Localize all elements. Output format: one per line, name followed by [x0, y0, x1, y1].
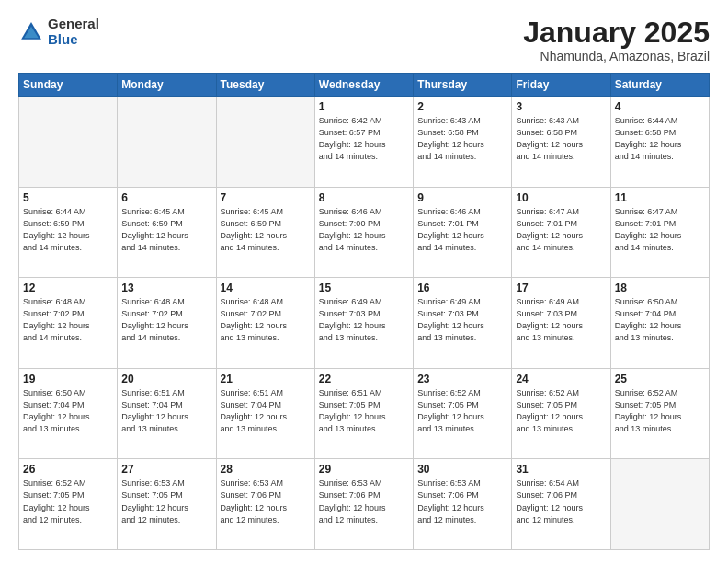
day-number: 25 — [615, 373, 705, 385]
table-row — [610, 459, 709, 550]
day-info: Sunrise: 6:47 AM Sunset: 7:01 PM Dayligh… — [615, 206, 705, 254]
day-info: Sunrise: 6:52 AM Sunset: 7:05 PM Dayligh… — [417, 387, 507, 435]
day-info: Sunrise: 6:52 AM Sunset: 7:05 PM Dayligh… — [23, 477, 113, 525]
day-info: Sunrise: 6:53 AM Sunset: 7:05 PM Dayligh… — [121, 477, 211, 525]
table-row: 29Sunrise: 6:53 AM Sunset: 7:06 PM Dayli… — [314, 459, 413, 550]
day-number: 27 — [121, 463, 211, 476]
day-number: 4 — [615, 100, 705, 113]
day-number: 11 — [615, 191, 705, 204]
table-row: 15Sunrise: 6:49 AM Sunset: 7:03 PM Dayli… — [314, 278, 413, 369]
table-row: 22Sunrise: 6:51 AM Sunset: 7:05 PM Dayli… — [314, 368, 413, 459]
day-info: Sunrise: 6:44 AM Sunset: 6:59 PM Dayligh… — [23, 206, 113, 254]
table-row: 26Sunrise: 6:52 AM Sunset: 7:05 PM Dayli… — [19, 459, 118, 550]
day-number: 8 — [319, 191, 409, 204]
day-number: 29 — [319, 463, 409, 476]
table-row: 2Sunrise: 6:43 AM Sunset: 6:58 PM Daylig… — [414, 97, 512, 188]
calendar-title: January 2025 — [523, 17, 710, 49]
day-info: Sunrise: 6:49 AM Sunset: 7:03 PM Dayligh… — [319, 296, 409, 344]
table-row: 28Sunrise: 6:53 AM Sunset: 7:06 PM Dayli… — [216, 459, 314, 550]
header: General Blue January 2025 Nhamunda, Amaz… — [18, 17, 710, 63]
calendar-subtitle: Nhamunda, Amazonas, Brazil — [523, 49, 710, 63]
day-info: Sunrise: 6:48 AM Sunset: 7:02 PM Dayligh… — [23, 296, 113, 344]
day-number: 5 — [23, 191, 113, 204]
day-number: 16 — [417, 282, 507, 294]
table-row: 17Sunrise: 6:49 AM Sunset: 7:03 PM Dayli… — [512, 278, 610, 369]
table-row — [19, 97, 118, 188]
table-row: 4Sunrise: 6:44 AM Sunset: 6:58 PM Daylig… — [610, 97, 709, 188]
calendar-week-row: 19Sunrise: 6:50 AM Sunset: 7:04 PM Dayli… — [19, 368, 710, 459]
calendar-week-row: 5Sunrise: 6:44 AM Sunset: 6:59 PM Daylig… — [19, 187, 710, 278]
table-row: 19Sunrise: 6:50 AM Sunset: 7:04 PM Dayli… — [19, 368, 118, 459]
table-row: 31Sunrise: 6:54 AM Sunset: 7:06 PM Dayli… — [512, 459, 610, 550]
day-info: Sunrise: 6:46 AM Sunset: 7:01 PM Dayligh… — [417, 206, 507, 254]
col-wednesday: Wednesday — [314, 74, 413, 97]
day-number: 10 — [516, 191, 606, 204]
logo-blue-text: Blue — [48, 32, 99, 48]
table-row: 8Sunrise: 6:46 AM Sunset: 7:00 PM Daylig… — [314, 187, 413, 278]
day-info: Sunrise: 6:53 AM Sunset: 7:06 PM Dayligh… — [417, 477, 507, 525]
day-info: Sunrise: 6:49 AM Sunset: 7:03 PM Dayligh… — [417, 296, 507, 344]
day-number: 24 — [516, 373, 606, 385]
logo-icon — [18, 19, 44, 45]
day-info: Sunrise: 6:53 AM Sunset: 7:06 PM Dayligh… — [319, 477, 409, 525]
calendar-header-row: Sunday Monday Tuesday Wednesday Thursday… — [19, 74, 710, 97]
day-number: 3 — [516, 100, 606, 113]
day-info: Sunrise: 6:44 AM Sunset: 6:58 PM Dayligh… — [615, 115, 705, 163]
day-info: Sunrise: 6:50 AM Sunset: 7:04 PM Dayligh… — [615, 296, 705, 344]
col-friday: Friday — [512, 74, 610, 97]
calendar-page: General Blue January 2025 Nhamunda, Amaz… — [0, 0, 728, 563]
day-info: Sunrise: 6:52 AM Sunset: 7:05 PM Dayligh… — [615, 387, 705, 435]
table-row: 1Sunrise: 6:42 AM Sunset: 6:57 PM Daylig… — [314, 97, 413, 188]
calendar-table: Sunday Monday Tuesday Wednesday Thursday… — [18, 73, 710, 550]
day-number: 2 — [417, 100, 507, 113]
day-number: 7 — [221, 191, 311, 204]
table-row: 16Sunrise: 6:49 AM Sunset: 7:03 PM Dayli… — [414, 278, 512, 369]
day-info: Sunrise: 6:42 AM Sunset: 6:57 PM Dayligh… — [319, 115, 409, 163]
col-saturday: Saturday — [610, 74, 709, 97]
table-row: 11Sunrise: 6:47 AM Sunset: 7:01 PM Dayli… — [610, 187, 709, 278]
col-sunday: Sunday — [19, 74, 118, 97]
day-info: Sunrise: 6:51 AM Sunset: 7:04 PM Dayligh… — [221, 387, 311, 435]
logo-text: General Blue — [48, 17, 99, 47]
table-row: 24Sunrise: 6:52 AM Sunset: 7:05 PM Dayli… — [512, 368, 610, 459]
day-number: 23 — [417, 373, 507, 385]
table-row: 14Sunrise: 6:48 AM Sunset: 7:02 PM Dayli… — [216, 278, 314, 369]
table-row: 18Sunrise: 6:50 AM Sunset: 7:04 PM Dayli… — [610, 278, 709, 369]
col-thursday: Thursday — [414, 74, 512, 97]
day-number: 30 — [417, 463, 507, 476]
day-number: 6 — [121, 191, 211, 204]
day-info: Sunrise: 6:52 AM Sunset: 7:05 PM Dayligh… — [516, 387, 606, 435]
table-row: 9Sunrise: 6:46 AM Sunset: 7:01 PM Daylig… — [414, 187, 512, 278]
day-number: 28 — [221, 463, 311, 476]
day-info: Sunrise: 6:45 AM Sunset: 6:59 PM Dayligh… — [221, 206, 311, 254]
day-info: Sunrise: 6:46 AM Sunset: 7:00 PM Dayligh… — [319, 206, 409, 254]
day-info: Sunrise: 6:51 AM Sunset: 7:04 PM Dayligh… — [121, 387, 211, 435]
day-info: Sunrise: 6:53 AM Sunset: 7:06 PM Dayligh… — [221, 477, 311, 525]
table-row: 20Sunrise: 6:51 AM Sunset: 7:04 PM Dayli… — [118, 368, 216, 459]
day-number: 31 — [516, 463, 606, 476]
day-number: 13 — [121, 282, 211, 294]
day-number: 20 — [121, 373, 211, 385]
table-row: 21Sunrise: 6:51 AM Sunset: 7:04 PM Dayli… — [216, 368, 314, 459]
day-info: Sunrise: 6:54 AM Sunset: 7:06 PM Dayligh… — [516, 477, 606, 525]
table-row: 3Sunrise: 6:43 AM Sunset: 6:58 PM Daylig… — [512, 97, 610, 188]
table-row: 5Sunrise: 6:44 AM Sunset: 6:59 PM Daylig… — [19, 187, 118, 278]
day-number: 9 — [417, 191, 507, 204]
table-row — [216, 97, 314, 188]
col-monday: Monday — [118, 74, 216, 97]
day-number: 1 — [319, 100, 409, 113]
table-row — [118, 97, 216, 188]
day-number: 17 — [516, 282, 606, 294]
day-number: 15 — [319, 282, 409, 294]
day-info: Sunrise: 6:45 AM Sunset: 6:59 PM Dayligh… — [121, 206, 211, 254]
day-info: Sunrise: 6:48 AM Sunset: 7:02 PM Dayligh… — [221, 296, 311, 344]
day-number: 18 — [615, 282, 705, 294]
calendar-week-row: 26Sunrise: 6:52 AM Sunset: 7:05 PM Dayli… — [19, 459, 710, 550]
title-block: January 2025 Nhamunda, Amazonas, Brazil — [523, 17, 710, 63]
table-row: 13Sunrise: 6:48 AM Sunset: 7:02 PM Dayli… — [118, 278, 216, 369]
day-number: 12 — [23, 282, 113, 294]
calendar-week-row: 12Sunrise: 6:48 AM Sunset: 7:02 PM Dayli… — [19, 278, 710, 369]
table-row: 23Sunrise: 6:52 AM Sunset: 7:05 PM Dayli… — [414, 368, 512, 459]
table-row: 25Sunrise: 6:52 AM Sunset: 7:05 PM Dayli… — [610, 368, 709, 459]
calendar-week-row: 1Sunrise: 6:42 AM Sunset: 6:57 PM Daylig… — [19, 97, 710, 188]
